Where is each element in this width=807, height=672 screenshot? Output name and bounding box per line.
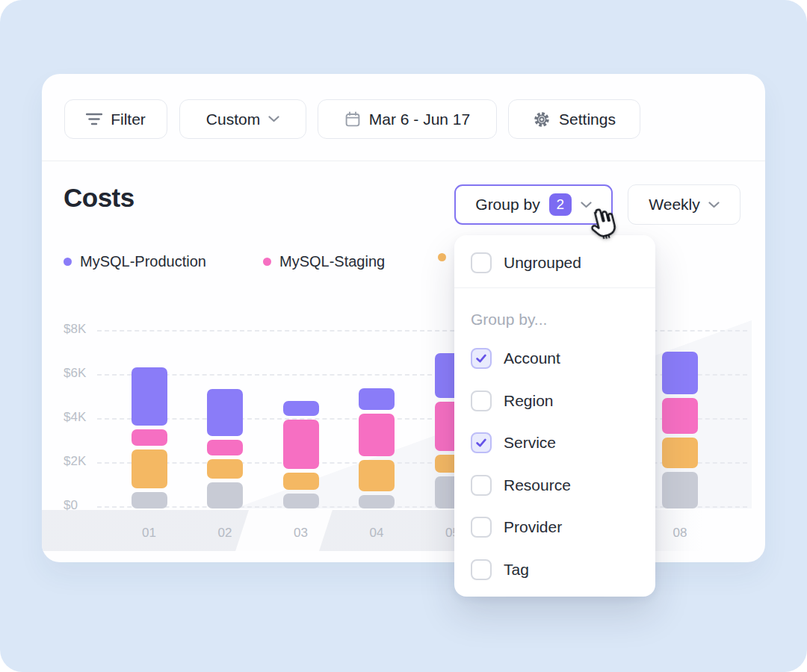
bar-segment[interactable]: [207, 440, 243, 455]
menu-option-label: Region: [504, 392, 554, 410]
bar-segment[interactable]: [283, 420, 319, 469]
bar-segment[interactable]: [359, 414, 395, 456]
menu-option-ungrouped[interactable]: Ungrouped: [454, 246, 655, 280]
group-menu-options: AccountRegionServiceResourceProviderTag: [454, 337, 655, 591]
region-checkbox[interactable]: [471, 391, 492, 411]
screenshot-root: Filter Custom Mar 6 - Jun 17: [0, 0, 807, 672]
y-axis-tick: $4K: [64, 410, 108, 425]
y-axis-tick: $8K: [64, 322, 108, 337]
bar-segment[interactable]: [283, 401, 319, 416]
bar-segment[interactable]: [283, 473, 319, 490]
menu-option-resource[interactable]: Resource: [454, 464, 655, 507]
bar-segment[interactable]: [662, 438, 698, 468]
bar-segment[interactable]: [662, 398, 698, 434]
y-axis-tick: $2K: [64, 454, 108, 469]
ungrouped-checkbox[interactable]: [471, 252, 492, 273]
account-checkbox[interactable]: [471, 348, 492, 369]
bar-segment[interactable]: [207, 482, 243, 508]
tag-checkbox[interactable]: [471, 559, 492, 580]
menu-option-tag[interactable]: Tag: [454, 549, 655, 591]
page-background: Filter Custom Mar 6 - Jun 17: [0, 0, 807, 672]
menu-option-account[interactable]: Account: [454, 337, 655, 380]
group-by-menu: Ungrouped Group by... AccountRegionServi…: [454, 235, 655, 597]
bar-segment[interactable]: [662, 352, 698, 394]
ungrouped-label: Ungrouped: [504, 254, 581, 272]
menu-option-region[interactable]: Region: [454, 380, 655, 423]
resource-checkbox[interactable]: [471, 475, 492, 496]
costs-card: Filter Custom Mar 6 - Jun 17: [42, 74, 765, 562]
menu-option-label: Tag: [504, 561, 529, 579]
bar-segment[interactable]: [207, 459, 243, 479]
menu-section-label: Group by...: [471, 311, 639, 330]
bar-segment[interactable]: [359, 460, 395, 491]
menu-divider: [454, 287, 655, 288]
service-checkbox[interactable]: [471, 432, 492, 453]
menu-option-provider[interactable]: Provider: [454, 506, 655, 549]
bar-segment[interactable]: [132, 492, 167, 508]
x-axis-tick: 02: [202, 526, 247, 541]
menu-option-label: Service: [504, 434, 556, 452]
bar-segment[interactable]: [662, 472, 698, 508]
menu-option-label: Provider: [504, 518, 562, 536]
bar-segment[interactable]: [132, 449, 167, 488]
menu-option-service[interactable]: Service: [454, 422, 655, 464]
x-axis-tick: 03: [279, 526, 324, 541]
provider-checkbox[interactable]: [471, 517, 492, 538]
bar-segment[interactable]: [283, 494, 319, 508]
x-axis-tick: 01: [127, 526, 172, 541]
chart-area: $0$2K$4K$6K$8K 0102030405060708: [42, 74, 765, 562]
y-axis-tick: $0: [64, 498, 108, 513]
bar-segment[interactable]: [359, 388, 395, 410]
x-axis-tick: 04: [354, 526, 399, 541]
bar-segment[interactable]: [359, 495, 395, 508]
bar-segment[interactable]: [207, 389, 243, 436]
bar-segment[interactable]: [132, 367, 167, 426]
menu-option-label: Resource: [504, 476, 571, 494]
check-icon: [474, 436, 488, 449]
y-axis-tick: $6K: [64, 366, 108, 381]
x-axis-tick: 08: [658, 526, 702, 541]
bar-segment[interactable]: [132, 429, 167, 446]
check-icon: [474, 352, 488, 365]
menu-option-label: Account: [504, 349, 560, 367]
